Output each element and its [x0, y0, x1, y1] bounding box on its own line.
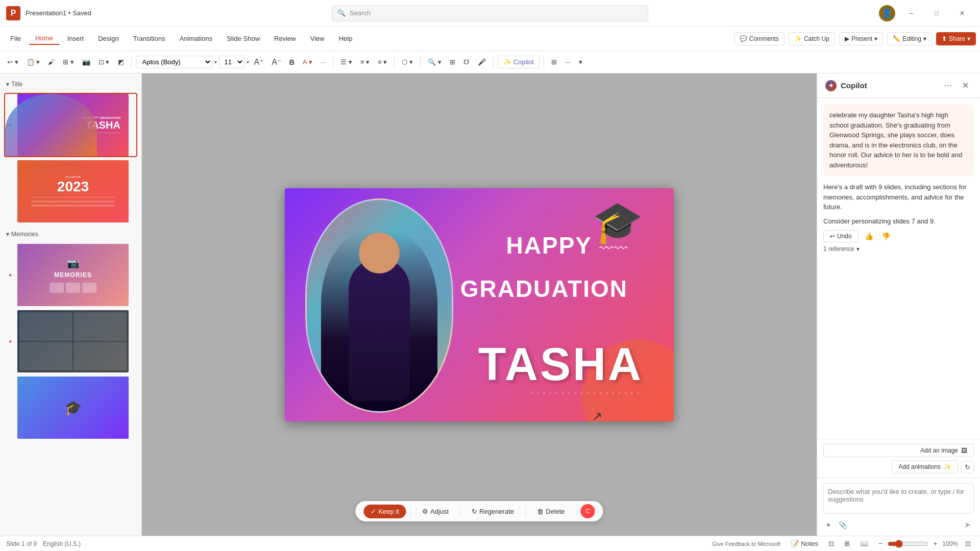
copilot-response-text-1: Here's a draft with 9 slides, including …: [823, 182, 974, 212]
action-separator-1: [410, 506, 411, 516]
tab-view[interactable]: View: [304, 33, 331, 44]
section-collapse-icon: ▾: [6, 81, 9, 88]
catchup-icon: ✨: [794, 35, 802, 42]
screenshot-button[interactable]: 📷: [79, 56, 93, 68]
delete-button[interactable]: 🗑 Delete: [530, 505, 572, 518]
slide-sorter-button[interactable]: ⊞: [841, 538, 853, 549]
catchup-button[interactable]: ✨ Catch Up: [789, 32, 835, 45]
shapes-button[interactable]: ⬡ ▾: [399, 56, 416, 68]
add-image-button[interactable]: Add an image 🖼: [823, 444, 974, 457]
format-painter-button[interactable]: 🖌: [45, 56, 58, 68]
slide-photo: [305, 198, 453, 413]
bold-button[interactable]: B: [286, 56, 298, 68]
search-bar[interactable]: 🔍 Search: [332, 5, 648, 21]
close-button[interactable]: ✕: [950, 5, 974, 21]
normal-view-button[interactable]: ⊡: [825, 538, 837, 549]
copilot-button[interactable]: ✨ Copilot: [498, 56, 540, 68]
action-separator-2: [460, 506, 460, 516]
tab-insert[interactable]: Insert: [61, 33, 90, 44]
tab-review[interactable]: Review: [268, 33, 302, 44]
copilot-sparkle-button[interactable]: ✦: [823, 520, 834, 530]
user-avatar[interactable]: 👤: [879, 5, 895, 21]
minimize-button[interactable]: ─: [899, 5, 923, 21]
clipboard-button[interactable]: 📋 ▾: [23, 56, 43, 68]
dictate-button[interactable]: 🎤: [475, 56, 489, 68]
font-color-button[interactable]: A ▾: [300, 56, 315, 68]
fit-button[interactable]: ⊡: [962, 538, 974, 549]
tab-design[interactable]: Design: [92, 33, 125, 44]
editing-chevron-icon: ▾: [923, 35, 926, 42]
tab-home[interactable]: Home: [29, 32, 59, 45]
tab-transitions[interactable]: Transitions: [127, 33, 172, 44]
undo-icon: ↩: [830, 233, 835, 240]
slide-thumbnail-4[interactable]: 4 ✦: [4, 309, 137, 373]
copilot-icon: ✨: [503, 58, 511, 66]
font-selector[interactable]: Aptos (Body): [136, 56, 212, 68]
editing-button[interactable]: ✏️ Editing ▾: [887, 32, 932, 45]
title-bar: P Presentation1 • Saved 🔍 Search 👤 ─ □ ✕: [0, 0, 980, 27]
toolbar-separator-4: [420, 56, 421, 68]
copilot-more-button[interactable]: ⋯: [941, 80, 955, 91]
regenerate-button[interactable]: ↻ Regenerate: [464, 505, 521, 518]
notes-button[interactable]: 📝 Notes: [788, 538, 821, 549]
more-options-button[interactable]: ···: [562, 56, 574, 68]
copilot-close-button[interactable]: ✕: [959, 80, 972, 91]
copilot-title: Copilot: [841, 81, 937, 90]
section-memories[interactable]: ▾ Memories: [4, 228, 137, 241]
copilot-input-area: ✦ 📎 ➤: [817, 478, 980, 536]
copilot-attach-button[interactable]: 📎: [837, 520, 849, 530]
comments-label: Comments: [749, 35, 779, 42]
delete-label: Delete: [546, 508, 565, 515]
grid-view-button[interactable]: ⊞: [548, 56, 560, 68]
design-tool-button[interactable]: ◩: [115, 56, 127, 68]
keep-button[interactable]: ✓ Keep it: [363, 505, 406, 518]
undo-button[interactable]: ↩ ▾: [4, 56, 21, 68]
tab-help[interactable]: Help: [333, 33, 359, 44]
zoom-in-button[interactable]: +: [930, 538, 941, 549]
present-label: Present: [851, 35, 872, 42]
collapse-button[interactable]: ▾: [576, 56, 585, 68]
numbered-list-button[interactable]: ≡ ▾: [357, 56, 373, 68]
tab-file[interactable]: File: [4, 33, 27, 44]
replace-button[interactable]: ⊞: [447, 56, 458, 68]
font-size-selector[interactable]: 11: [219, 56, 244, 68]
slide-thumbnail-2[interactable]: 2 CLASS OF 2023: [4, 159, 137, 223]
zoom-slider[interactable]: [888, 540, 928, 548]
feedback-button[interactable]: Give Feedback to Microsoft: [709, 539, 783, 549]
select-button[interactable]: ☋: [460, 56, 473, 68]
zoom-out-button[interactable]: −: [875, 538, 886, 549]
layout-button[interactable]: ⊞ ▾: [60, 56, 77, 68]
thumbup-button[interactable]: 👍: [863, 231, 875, 241]
tab-animations[interactable]: Animations: [174, 33, 218, 44]
status-right: Give Feedback to Microsoft 📝 Notes ⊡ ⊞ 📖…: [709, 538, 974, 549]
bullet-list-button[interactable]: ☰ ▾: [337, 56, 355, 68]
slide-thumbnail-5[interactable]: 5 🎓: [4, 375, 137, 440]
slide-canvas[interactable]: HAPPY 〰〰 🎓 GRADUATION TASHA • • • • • • …: [285, 188, 674, 421]
slide-thumbnail-3[interactable]: 3 ✦ 📷 MEMORIES: [4, 243, 137, 307]
slide-thumbnail-1[interactable]: 1 ✦ HAPPY 〰〰 GRADUATION TASHA • • • • • …: [4, 93, 137, 157]
increase-font-button[interactable]: A⁺: [251, 55, 267, 69]
maximize-button[interactable]: □: [925, 5, 948, 21]
align-button[interactable]: ≡ ▾: [375, 56, 390, 68]
reading-view-button[interactable]: 📖: [857, 538, 871, 549]
copilot-input[interactable]: [823, 483, 974, 514]
tab-slideshow[interactable]: Slide Show: [220, 33, 266, 44]
undo-button[interactable]: ↩ Undo: [823, 230, 859, 242]
comments-button[interactable]: 💬 Comments: [734, 32, 785, 45]
more-formatting-button[interactable]: ···: [317, 56, 329, 68]
slide-layout-button[interactable]: ⊡ ▾: [95, 56, 113, 68]
add-animations-button[interactable]: Add animations ✨: [892, 460, 958, 473]
copilot-action-icon: C: [581, 504, 595, 518]
share-button[interactable]: ⬆ Share ▾: [936, 32, 976, 45]
decrease-font-button[interactable]: A⁻: [268, 55, 284, 69]
slide-preview-3: 📷 MEMORIES: [17, 244, 129, 306]
present-button[interactable]: ▶ Present ▾: [839, 32, 883, 45]
section-memories-label: Memories: [11, 231, 38, 238]
adjust-button[interactable]: ⚙ Adjust: [415, 505, 456, 518]
thumbdown-button[interactable]: 👎: [879, 231, 892, 241]
refresh-suggestions-button[interactable]: ↻: [961, 461, 974, 473]
reference-bar[interactable]: 1 reference ▾: [823, 242, 974, 256]
find-button[interactable]: 🔍 ▾: [425, 56, 445, 68]
section-title[interactable]: ▾ Title: [4, 78, 137, 91]
copilot-send-button[interactable]: ➤: [961, 519, 974, 531]
